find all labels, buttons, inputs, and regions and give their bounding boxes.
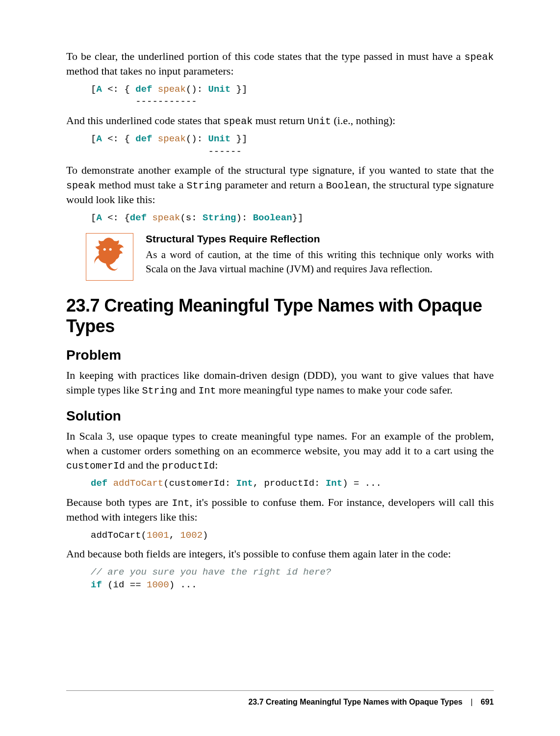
inline-code: Int bbox=[198, 385, 216, 396]
inline-code: String bbox=[142, 385, 178, 396]
code-block-6: // are you sure you have the right id he… bbox=[91, 566, 494, 591]
note-body: Structural Types Require Reflection As a… bbox=[146, 233, 494, 276]
inline-code: Unit bbox=[307, 116, 331, 127]
solution-paragraph-1: In Scala 3, use opaque types to create m… bbox=[66, 429, 494, 473]
page-footer: 23.7 Creating Meaningful Type Names with… bbox=[66, 690, 494, 707]
text: (i.e., nothing): bbox=[331, 114, 395, 127]
code-block-4: def addToCart(customerId: Int, productId… bbox=[91, 477, 494, 490]
solution-paragraph-2: Because both types are Int, it's possibl… bbox=[66, 495, 494, 525]
text: To demonstrate another example of the st… bbox=[66, 164, 494, 176]
text: method that takes no input parameters: bbox=[66, 65, 234, 77]
scorpion-icon bbox=[86, 233, 133, 281]
note-title: Structural Types Require Reflection bbox=[146, 233, 494, 245]
code-comment: // are you sure you have the right id he… bbox=[91, 567, 331, 578]
code-block-5: addToCart(1001, 1002) bbox=[91, 529, 494, 542]
text: method must take a bbox=[96, 179, 186, 191]
paragraph-2: And this underlined code states that spe… bbox=[66, 113, 494, 128]
problem-heading: Problem bbox=[66, 347, 494, 363]
section-heading-23-7: 23.7 Creating Meaningful Type Names with… bbox=[66, 295, 494, 337]
inline-code: Boolean bbox=[326, 180, 367, 191]
inline-code: speak bbox=[66, 180, 96, 191]
page: To be clear, the underlined portion of t… bbox=[0, 0, 560, 736]
footer-section-title: 23.7 Creating Meaningful Type Names with… bbox=[248, 698, 462, 706]
problem-paragraph: In keeping with practices like domain-dr… bbox=[66, 368, 494, 397]
inline-code: String bbox=[186, 180, 222, 191]
paragraph-3: To demonstrate another example of the st… bbox=[66, 163, 494, 207]
note-text: As a word of caution, at the time of thi… bbox=[146, 248, 494, 276]
caution-note: Structural Types Require Reflection As a… bbox=[86, 233, 494, 281]
solution-paragraph-3: And because both fields are integers, it… bbox=[66, 547, 494, 561]
code-block-2: [A <: { def speak(): Unit }] ------ bbox=[91, 133, 494, 158]
text: : bbox=[215, 459, 218, 471]
inline-code: speak bbox=[223, 116, 253, 127]
svg-point-1 bbox=[109, 248, 112, 251]
underline: ------ bbox=[91, 146, 242, 157]
svg-point-0 bbox=[103, 248, 106, 251]
page-number: 691 bbox=[481, 698, 494, 706]
text: parameter and return a bbox=[222, 179, 326, 191]
inline-code: Int bbox=[172, 498, 189, 509]
inline-code: productId bbox=[162, 460, 215, 472]
inline-code: speak bbox=[464, 52, 494, 63]
text: more meaningful type names to make your … bbox=[216, 384, 453, 396]
code-block-3: [A <: {def speak(s: String): Boolean}] bbox=[91, 212, 494, 225]
text: To be clear, the underlined portion of t… bbox=[66, 50, 464, 62]
text: must return bbox=[253, 114, 307, 127]
text: and the bbox=[125, 459, 162, 471]
text: Because both types are bbox=[66, 496, 172, 508]
footer-separator: | bbox=[471, 698, 473, 706]
code-block-1: [A <: { def speak(): Unit }] ----------- bbox=[91, 83, 494, 108]
text: and bbox=[178, 384, 199, 396]
underline: ----------- bbox=[91, 96, 197, 107]
text: And this underlined code states that bbox=[66, 114, 223, 127]
solution-heading: Solution bbox=[66, 408, 494, 424]
inline-code: customerId bbox=[66, 460, 125, 472]
text: In Scala 3, use opaque types to create m… bbox=[66, 430, 494, 457]
paragraph-1: To be clear, the underlined portion of t… bbox=[66, 49, 494, 79]
